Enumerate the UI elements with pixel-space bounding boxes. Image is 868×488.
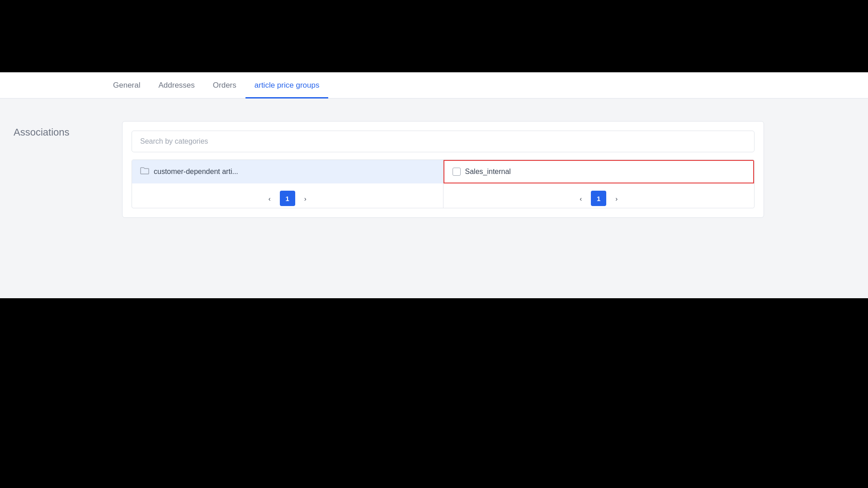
- tab-orders[interactable]: Orders: [204, 74, 245, 99]
- left-list-item[interactable]: customer-dependent arti...: [132, 160, 443, 183]
- right-page-1-button[interactable]: 1: [591, 191, 606, 206]
- tab-general[interactable]: General: [104, 74, 149, 99]
- left-item-label: customer-dependent arti...: [154, 168, 238, 176]
- right-column: Sales_internal ‹ 1 ›: [443, 160, 755, 208]
- tab-addresses[interactable]: Addresses: [149, 74, 203, 99]
- associations-panel: customer-dependent arti... ‹ 1 › Sales_i…: [122, 121, 764, 218]
- left-pagination: ‹ 1 ›: [132, 183, 443, 208]
- right-next-button[interactable]: ›: [612, 193, 621, 204]
- right-pagination: ‹ 1 ›: [443, 183, 755, 208]
- tabs-bar: General Addresses Orders article price g…: [0, 72, 868, 99]
- left-column: customer-dependent arti... ‹ 1 ›: [132, 160, 443, 208]
- tab-article-price-groups[interactable]: article price groups: [245, 74, 329, 99]
- section-label: Associations: [14, 121, 104, 138]
- content-area: Associations customer-dependent arti...: [0, 99, 868, 240]
- main-content: General Addresses Orders article price g…: [0, 72, 868, 298]
- right-list-item[interactable]: Sales_internal: [443, 160, 755, 183]
- right-item-label: Sales_internal: [465, 168, 511, 176]
- right-prev-button[interactable]: ‹: [576, 193, 585, 204]
- left-prev-button[interactable]: ‹: [265, 193, 274, 204]
- left-page-1-button[interactable]: 1: [280, 191, 295, 206]
- checkbox-icon[interactable]: [453, 168, 461, 176]
- folder-icon: [140, 167, 149, 177]
- left-next-button[interactable]: ›: [301, 193, 310, 204]
- list-area: customer-dependent arti... ‹ 1 › Sales_i…: [132, 160, 755, 208]
- search-input[interactable]: [132, 131, 755, 152]
